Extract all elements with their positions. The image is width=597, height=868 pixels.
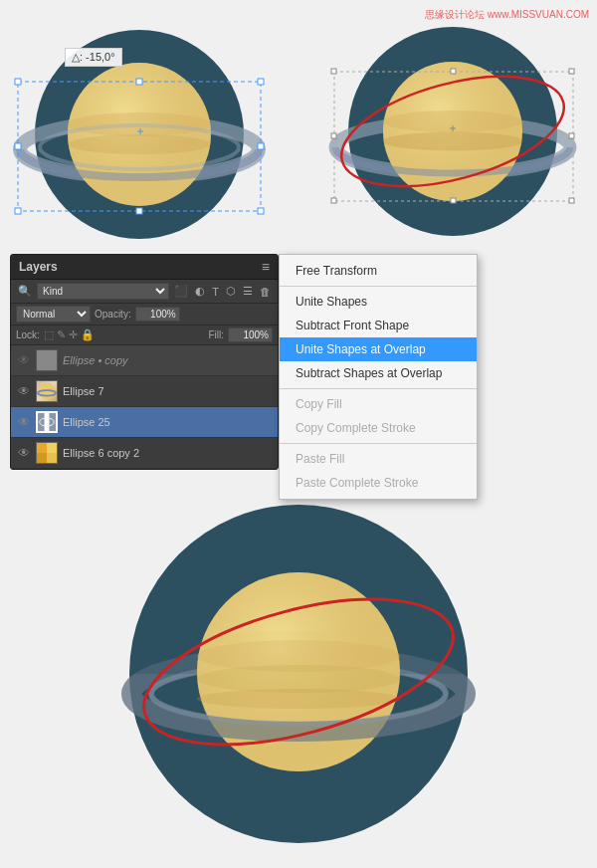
svg-rect-12: [258, 208, 264, 214]
layer-name-7: Ellipse 7: [63, 385, 272, 397]
layers-panel: Layers ≡ 🔍 Kind ⬛ ◐ T ⬡ ☰ 🗑 Normal Multi…: [10, 254, 279, 470]
adjust-icon[interactable]: ◐: [193, 284, 207, 299]
lock-fill-row: Lock: ⬚ ✎ ✛ 🔒 Fill: 100%: [11, 326, 278, 345]
visibility-icon-25[interactable]: 👁: [17, 415, 31, 429]
angle-label: △: -15,0°: [65, 48, 122, 67]
visibility-icon[interactable]: 👁: [17, 353, 31, 367]
kind-select[interactable]: Kind: [37, 283, 169, 300]
layer-item-ellipse6copy2[interactable]: 👁 Ellipse 6 copy 2: [11, 438, 278, 469]
svg-rect-15: [15, 143, 21, 149]
svg-point-25: [383, 132, 522, 150]
layer-item-ellipse7[interactable]: 👁 Ellipse 7: [11, 376, 278, 407]
svg-rect-30: [569, 69, 574, 74]
saturn-bottom-svg: [119, 495, 478, 853]
layers-title-bar: Layers ≡: [11, 255, 278, 280]
fill-label: Fill:: [208, 329, 224, 340]
visibility-icon-7[interactable]: 👁: [17, 384, 31, 398]
svg-rect-35: [331, 133, 336, 138]
svg-rect-32: [569, 198, 574, 203]
svg-rect-13: [136, 79, 142, 85]
layer-thumb-7: [36, 380, 58, 402]
svg-rect-10: [258, 79, 264, 85]
menu-item-unite-overlap[interactable]: Unite Shapes at Overlap: [280, 337, 477, 361]
menu-item-copy-fill[interactable]: Copy Fill: [280, 392, 477, 416]
saturn-right: [318, 20, 587, 239]
svg-rect-43: [45, 413, 50, 431]
lock-move-icon[interactable]: ✛: [69, 328, 78, 341]
blend-opacity-row: Normal Multiply Screen Opacity: 100%: [11, 304, 278, 326]
layers-title: Layers: [19, 260, 58, 274]
menu-item-paste-stroke[interactable]: Paste Complete Stroke: [280, 471, 477, 495]
type-icon[interactable]: T: [210, 285, 221, 299]
lock-icons: ⬚ ✎ ✛ 🔒: [44, 328, 95, 341]
menu-item-subtract-overlap[interactable]: Subtract Shapes at Overlap: [280, 361, 477, 385]
middle-row: Layers ≡ 🔍 Kind ⬛ ◐ T ⬡ ☰ 🗑 Normal Multi…: [0, 254, 597, 470]
saturn-bottom: [119, 495, 478, 853]
menu-item-unite-shapes[interactable]: Unite Shapes: [280, 290, 477, 314]
svg-rect-29: [331, 69, 336, 74]
svg-rect-33: [451, 69, 456, 74]
svg-point-58: [197, 689, 400, 709]
svg-point-57: [197, 665, 400, 693]
layer-name: Ellipse • copy: [63, 354, 272, 366]
layers-menu-icon[interactable]: ≡: [262, 259, 270, 275]
visibility-icon-6c2[interactable]: 👁: [17, 446, 31, 460]
blend-mode-select[interactable]: Normal Multiply Screen: [16, 306, 91, 323]
svg-rect-9: [15, 79, 21, 85]
svg-rect-16: [258, 143, 264, 149]
menu-item-subtract-front[interactable]: Subtract Front Shape: [280, 314, 477, 337]
saturn-left-svg: [10, 20, 279, 239]
pixel-icon[interactable]: ⬛: [172, 284, 190, 299]
saturn-right-svg: [318, 20, 587, 239]
watermark: 思缘设计论坛 www.MISSVUAN.COM: [425, 8, 589, 22]
menu-separator-1: [280, 286, 477, 287]
menu-item-paste-fill[interactable]: Paste Fill: [280, 447, 477, 471]
opacity-value: 100%: [135, 307, 180, 322]
svg-rect-31: [331, 198, 336, 203]
svg-rect-47: [47, 453, 57, 463]
layer-thumb-6c2: [36, 442, 58, 464]
svg-rect-45: [47, 443, 57, 453]
opacity-label: Opacity:: [95, 309, 131, 320]
svg-point-5: [68, 134, 211, 154]
lock-position-icon[interactable]: ✎: [57, 328, 66, 341]
svg-rect-34: [451, 198, 456, 203]
fill-value: 100%: [228, 327, 273, 342]
lock-all-icon[interactable]: 🔒: [81, 328, 95, 341]
layer-thumb: [36, 349, 58, 371]
shape-icon[interactable]: ⬡: [224, 284, 238, 299]
layer-item-ellipse-copy[interactable]: 👁 Ellipse • copy: [11, 345, 278, 376]
svg-rect-36: [569, 133, 574, 138]
svg-rect-14: [136, 208, 142, 214]
lock-label: Lock:: [16, 329, 40, 340]
context-menu: Free Transform Unite Shapes Subtract Fro…: [279, 254, 478, 500]
menu-separator-2: [280, 388, 477, 389]
menu-item-free-transform[interactable]: Free Transform: [280, 259, 477, 283]
svg-rect-11: [15, 208, 21, 214]
layer-item-ellipse25[interactable]: 👁 Ellipse 25: [11, 407, 278, 438]
layers-search-bar: 🔍 Kind ⬛ ◐ T ⬡ ☰ 🗑: [11, 280, 278, 304]
menu-separator-3: [280, 443, 477, 444]
smart-icon[interactable]: ☰: [241, 284, 255, 299]
svg-point-59: [204, 631, 393, 647]
svg-rect-44: [37, 443, 47, 453]
saturn-left: △: -15,0°: [10, 20, 279, 239]
trash-icon[interactable]: 🗑: [258, 285, 273, 299]
svg-rect-46: [37, 453, 47, 463]
lock-pixels-icon[interactable]: ⬚: [44, 328, 54, 341]
menu-item-copy-stroke[interactable]: Copy Complete Stroke: [280, 416, 477, 440]
layer-name-25: Ellipse 25: [63, 416, 272, 428]
top-row: △: -15,0°: [0, 0, 597, 249]
search-icon[interactable]: 🔍: [16, 284, 34, 299]
layer-thumb-25: [36, 411, 58, 433]
layer-name-6c2: Ellipse 6 copy 2: [63, 447, 272, 459]
bottom-row: [0, 475, 597, 863]
